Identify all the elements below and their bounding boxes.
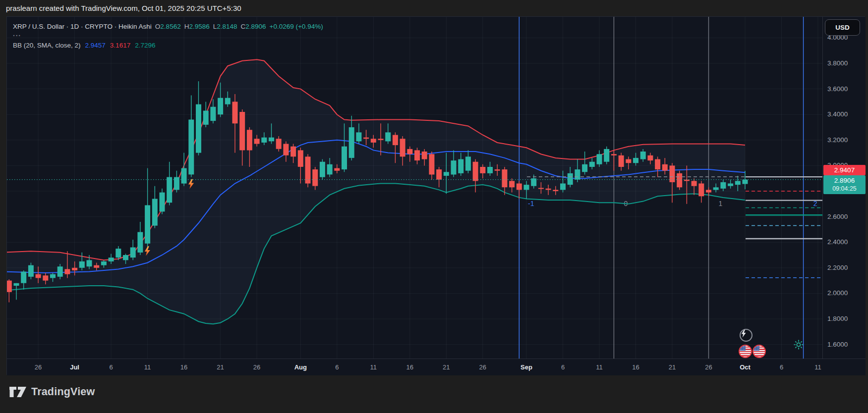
candle: [342, 147, 347, 169]
bb-fill: [7, 59, 745, 324]
time-axis-label: 26: [26, 363, 51, 371]
candle: [662, 164, 668, 171]
legend-more-button[interactable]: ···: [13, 33, 323, 38]
price-axis-label: 2.0000: [827, 289, 848, 297]
candle: [385, 132, 391, 141]
chart-canvas[interactable]: -1012: [7, 17, 822, 359]
us-flag-event-icon[interactable]: [739, 345, 752, 358]
time-axis-label: 26: [244, 363, 269, 371]
candle: [495, 169, 500, 171]
candle: [677, 173, 682, 187]
attribution-bar: praslearn created with TradingView.com, …: [0, 0, 868, 16]
candle: [283, 144, 289, 155]
time-axis[interactable]: 26Jul611162126Aug611162126Sep611162126Oc…: [7, 359, 866, 375]
price-axis[interactable]: 4.00003.80003.60003.40003.20003.00002.60…: [822, 17, 866, 359]
candle: [109, 258, 114, 261]
lightning-event-icon[interactable]: [740, 329, 752, 342]
candle: [181, 168, 187, 184]
candle: [473, 162, 478, 181]
price-axis-label: 1.6000: [827, 341, 848, 348]
candle: [160, 193, 165, 212]
candle: [371, 139, 376, 143]
candle: [647, 155, 653, 160]
candle: [290, 147, 296, 157]
price-axis-label: 1.8000: [827, 315, 848, 322]
last-price-label[interactable]: 2.8906 09:04:25: [823, 175, 866, 194]
time-axis-label: 11: [806, 363, 830, 371]
time-axis-label: 6: [99, 363, 123, 371]
candle: [145, 205, 150, 243]
time-axis-label: 11: [135, 363, 160, 371]
candle: [436, 169, 442, 180]
candle: [36, 274, 41, 278]
change-value: +0.0269 (+0.94%): [270, 23, 323, 30]
candle: [101, 261, 107, 265]
candle: [327, 164, 333, 175]
time-axis-label: 6: [551, 363, 576, 371]
candle: [356, 132, 361, 141]
candle: [79, 261, 85, 268]
price-axis-label: 3.6000: [827, 85, 848, 93]
us-flag-event-icon[interactable]: [752, 345, 766, 358]
cycle-vline-label: 1: [719, 200, 723, 207]
lightning-bolt-glyph: [741, 330, 747, 338]
candle: [487, 167, 493, 173]
price-axis-label: 2.4000: [827, 238, 848, 246]
candle: [553, 190, 558, 191]
price-axis-label: 3.2000: [827, 136, 848, 144]
candle: [429, 154, 434, 174]
time-axis-label: 6: [325, 363, 349, 371]
alert-price-label[interactable]: 2.9407: [823, 165, 866, 175]
time-axis-label: 11: [587, 363, 612, 371]
candle: [50, 274, 56, 278]
candle: [225, 98, 231, 104]
candle: [597, 154, 602, 164]
candle: [363, 138, 369, 139]
candle: [422, 152, 427, 159]
candle: [232, 102, 238, 123]
time-axis-label: 16: [624, 363, 648, 371]
ohlc-value: 2.8562: [160, 23, 180, 30]
candle: [568, 173, 573, 185]
candle: [531, 178, 536, 186]
candle: [247, 130, 252, 150]
candle: [633, 158, 638, 163]
candle: [239, 112, 245, 150]
symbol-title[interactable]: XRP / U.S. Dollar · 1D · CRYPTO · Heikin…: [13, 23, 152, 30]
time-axis-label: Jul: [62, 363, 87, 371]
candle: [14, 283, 19, 286]
bb-indicator-label[interactable]: BB (20, SMA, close, 2): [13, 42, 81, 49]
candle: [706, 190, 711, 192]
candle: [619, 155, 624, 167]
candle: [560, 184, 566, 190]
candle: [546, 189, 551, 190]
candle: [444, 172, 449, 176]
candle: [334, 168, 340, 171]
candle: [692, 181, 697, 186]
candle: [123, 255, 128, 260]
tradingview-watermark[interactable]: TradingView: [9, 386, 95, 398]
price-axis-label: 3.8000: [827, 59, 848, 67]
candle: [393, 135, 398, 146]
candle: [480, 167, 485, 173]
candle: [298, 150, 303, 167]
candle: [582, 164, 587, 172]
bb-indicator-row[interactable]: BB (20, SMA, close, 2)2.94573.16172.7296: [13, 42, 323, 49]
chart-plot[interactable]: -1012 XRP / U.S. Dollar · 1D · CRYPTO · …: [7, 17, 822, 359]
candle: [538, 188, 544, 189]
candle: [611, 154, 617, 155]
candle: [276, 139, 282, 149]
candle: [575, 169, 580, 180]
candle: [320, 162, 325, 177]
candle: [589, 162, 595, 167]
currency-toggle-button[interactable]: USD: [825, 19, 860, 36]
tradingview-logo-icon: [9, 386, 27, 398]
chart-legend: XRP / U.S. Dollar · 1D · CRYPTO · Heikin…: [13, 23, 323, 49]
symbol-legend-row[interactable]: XRP / U.S. Dollar · 1D · CRYPTO · Heikin…: [13, 23, 323, 30]
cycle-vline-label: -1: [528, 200, 534, 207]
candle: [269, 138, 274, 142]
time-axis-label: 21: [660, 363, 685, 371]
candle: [58, 266, 63, 277]
tradingview-chart-screenshot: praslearn created with TradingView.com, …: [0, 0, 868, 413]
candle: [640, 152, 646, 159]
